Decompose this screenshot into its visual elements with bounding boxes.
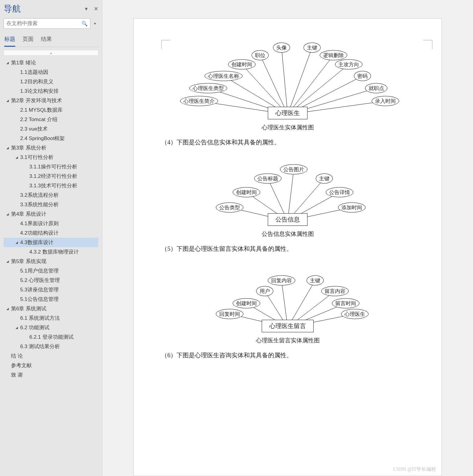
tree-item[interactable]: ◢4.3数据库设计: [4, 238, 98, 247]
search-box[interactable]: 🔍: [4, 18, 90, 29]
tree-item[interactable]: 2.4 SpringBoot框架: [4, 134, 98, 143]
body-paragraph: （4）下图是公告信息实体和其具备的属性。: [149, 138, 426, 146]
tree-item[interactable]: 5.3讲座信息管理: [4, 285, 98, 294]
tree-item[interactable]: ◢第4章 系统设计: [4, 209, 98, 219]
entity-attribute: 创建时间: [228, 60, 256, 70]
tree-item[interactable]: 参考文献: [4, 361, 98, 370]
entity-attribute: 逻辑删除: [320, 50, 347, 60]
tree-item-label: 1.1选题动因: [20, 69, 48, 76]
entity-attribute: 创建时间: [233, 187, 260, 197]
tree-item[interactable]: 3.3系统性能分析: [4, 200, 98, 209]
nav-tab[interactable]: 结果: [41, 34, 52, 47]
tree-item[interactable]: 3.1.3技术可行性分析: [4, 181, 98, 190]
tree-item[interactable]: 结 论: [4, 351, 98, 361]
tree-item-label: 第6章 系统测试: [10, 305, 46, 312]
tree-item[interactable]: 6.2.1 登录功能测试: [4, 332, 98, 342]
tree-toggle-icon[interactable]: ◢: [5, 146, 10, 150]
tree-item-label: 3.3系统性能分析: [20, 201, 59, 208]
entity-attribute: 心理医生名称: [205, 71, 242, 81]
tree-item[interactable]: 3.1.1操作可行性分析: [4, 162, 98, 171]
entity-attribute: 心理医生: [341, 309, 369, 319]
nav-tabs: 标题页面结果: [4, 34, 98, 47]
tree-item[interactable]: 6.3 测试结果分析: [4, 342, 98, 351]
tree-item[interactable]: 5.2 心理医生管理: [4, 276, 98, 285]
tree-item[interactable]: ◢第5章 系统实现: [4, 257, 98, 266]
tree-item-label: 3.1.3技术可行性分析: [29, 182, 77, 189]
watermark: CSDN @IT学长编程: [393, 466, 436, 473]
entity-attribute: 主攻方向: [335, 60, 362, 70]
tree-item[interactable]: ◢6.2 功能测试: [4, 323, 98, 332]
tree-item[interactable]: 5.1用户信息管理: [4, 266, 98, 276]
tree-toggle-icon[interactable]: ◢: [5, 61, 10, 64]
tree-toggle-icon[interactable]: ◢: [14, 156, 20, 159]
entity-attribute: 公告图片: [280, 164, 307, 175]
tree-item[interactable]: ◢第2章 开发环境与技术: [4, 96, 98, 105]
diagram-caption: 心理医生留言实体属性图: [149, 337, 426, 344]
entity-attribute: 主键: [304, 43, 321, 53]
entity-attribute: 密码: [354, 71, 371, 81]
tree-item-label: 2.3 vue技术: [20, 125, 48, 132]
search-options-icon[interactable]: ▾: [92, 18, 98, 29]
tree-item[interactable]: 2.3 vue技术: [4, 124, 98, 134]
tree-item[interactable]: 2.2 Tomcat 介绍: [4, 115, 98, 124]
tree-item-label: 参考文献: [10, 362, 32, 369]
tree-item[interactable]: 2.1 MYSQL数据库: [4, 105, 98, 115]
scroll-hint[interactable]: ▴: [4, 50, 98, 56]
tree-item-label: 1.2目的和意义: [20, 78, 53, 85]
tree-item[interactable]: 3.2系统流程分析: [4, 190, 98, 200]
close-icon[interactable]: ✕: [94, 5, 98, 12]
tree-item[interactable]: 1.1选题动因: [4, 67, 98, 77]
tree-item-label: 第2章 开发环境与技术: [10, 97, 62, 104]
diagram-caption: 公告信息实体属性图: [149, 230, 426, 238]
entity-attribute: 公告详情: [326, 187, 353, 197]
tree-item[interactable]: 4.1界面设计原则: [4, 219, 98, 228]
body-paragraph: （6）下图是心理医生咨询实体和其具备的属性。: [149, 351, 426, 359]
entity-attribute: 添加时间: [338, 203, 366, 213]
search-input[interactable]: [6, 20, 82, 27]
tree-item-label: 5.1公告信息管理: [20, 296, 59, 303]
tree-item[interactable]: ◢3.1可行性分析: [4, 153, 98, 162]
entity-attribute: 职位: [252, 50, 269, 60]
tree-toggle-icon[interactable]: ◢: [5, 307, 10, 310]
tree-item-label: 4.3.2 数据库物理设计: [29, 248, 79, 255]
tree-toggle-icon[interactable]: ◢: [14, 241, 20, 244]
tree-item-label: 第1章 绪论: [10, 59, 36, 66]
tree-item[interactable]: ◢第1章 绪论: [4, 58, 98, 67]
tree-item-label: 6.3 测试结果分析: [20, 343, 60, 350]
tree-item-label: 2.1 MYSQL数据库: [20, 106, 63, 114]
entity-attribute: 回复时间: [216, 309, 243, 319]
tree-item-label: 6.2.1 登录功能测试: [29, 334, 74, 341]
entity-attribute: 头像: [273, 43, 290, 53]
entity-attribute: 心理医生类型: [189, 83, 227, 93]
entity-attribute: 公告标题: [254, 174, 282, 184]
tree-toggle-icon[interactable]: ◢: [5, 260, 10, 263]
tree-item[interactable]: 5.1公告信息管理: [4, 294, 98, 304]
tree-item-label: 5.2 心理医生管理: [20, 277, 60, 284]
nav-tab[interactable]: 标题: [4, 34, 15, 47]
diagram-caption: 心理医生实体属性图: [149, 124, 426, 132]
tree-item[interactable]: 4.3.2 数据库物理设计: [4, 247, 98, 257]
er-diagram: 回复时间创建时间用户回复内容主键留言内容留言时间心理医生心理医生留言: [193, 265, 382, 332]
entity-attribute: 主键: [316, 174, 333, 184]
tree-item[interactable]: 3.1.2经济可行性分析: [4, 171, 98, 181]
tree-toggle-icon[interactable]: ◢: [5, 212, 10, 216]
tree-item-label: 1.3论文结构安排: [20, 88, 59, 95]
tree-item[interactable]: 1.2目的和意义: [4, 77, 98, 86]
search-icon[interactable]: 🔍: [82, 21, 88, 27]
tree-item[interactable]: 1.3论文结构安排: [4, 86, 98, 96]
tree-item-label: 3.1.2经济可行性分析: [29, 173, 77, 180]
tree-item[interactable]: 致 谢: [4, 370, 98, 380]
tree-item[interactable]: ◢第6章 系统测试: [4, 304, 98, 313]
tree-item[interactable]: 6.1 系统测试方法: [4, 313, 98, 323]
tree-item-label: 结 论: [10, 352, 23, 359]
entity-attribute: 录入时间: [372, 96, 399, 106]
tree-item[interactable]: ◢第3章 系统分析: [4, 143, 98, 153]
tree-toggle-icon[interactable]: ◢: [5, 99, 10, 102]
tree-item[interactable]: 4.2功能结构设计: [4, 228, 98, 238]
tree-toggle-icon[interactable]: ◢: [14, 326, 20, 329]
entity-attribute: 留言时间: [332, 298, 359, 308]
dropdown-icon[interactable]: ▾: [85, 5, 88, 12]
tree-item-label: 3.2系统流程分析: [20, 192, 59, 199]
entity-attribute: 用户: [256, 286, 273, 296]
nav-tab[interactable]: 页面: [23, 34, 34, 47]
